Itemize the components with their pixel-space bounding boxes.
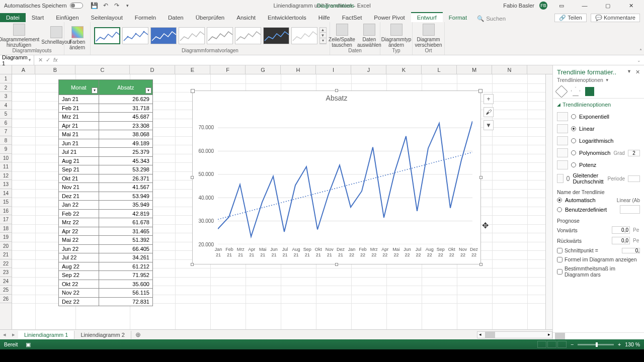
enter-formula-icon[interactable]: ✓ <box>46 57 50 63</box>
expand-formula-bar-icon[interactable]: ⌄ <box>634 58 644 63</box>
chart-style-5[interactable] <box>207 27 233 44</box>
col-header-I[interactable]: I <box>316 65 351 74</box>
tab-einfuegen[interactable]: Einfügen <box>50 13 85 22</box>
select-all-corner[interactable] <box>0 65 12 74</box>
table-row[interactable]: Feb 2242.819 <box>59 209 153 218</box>
row-header-16[interactable]: 16 <box>0 207 12 216</box>
table-row[interactable]: Dez 2153.949 <box>59 192 153 201</box>
table-row[interactable]: Jan 2235.949 <box>59 201 153 210</box>
intercept-check[interactable]: Schnittpunkt = <box>553 246 644 255</box>
col-header-F[interactable]: F <box>210 65 246 74</box>
table-row[interactable]: Sep 2271.952 <box>59 271 153 280</box>
table-row[interactable]: Apr 2123.308 <box>59 121 153 130</box>
table-row[interactable]: Apr 2231.465 <box>59 227 153 236</box>
intercept-input[interactable] <box>622 248 640 253</box>
tab-daten[interactable]: Daten <box>162 13 190 22</box>
table-row[interactable]: Sep 2153.298 <box>59 165 153 174</box>
row-header-19[interactable]: 19 <box>0 233 12 242</box>
name-box[interactable]: Diagramm 1▼ <box>0 54 34 66</box>
trend-opt-power[interactable]: Potenz <box>557 159 640 171</box>
tab-start[interactable]: Start <box>26 13 50 22</box>
chart-styles-button[interactable]: 🖌 <box>484 107 494 117</box>
row-header-21[interactable]: 21 <box>0 250 12 259</box>
trend-opt-polynomial[interactable]: PolynomischGrad <box>557 147 640 159</box>
table-row[interactable]: Okt 2235.600 <box>59 280 153 289</box>
table-row[interactable]: Mai 2251.392 <box>59 236 153 245</box>
table-row[interactable]: Feb 2131.718 <box>59 104 153 113</box>
row-header-12[interactable]: 12 <box>0 171 12 180</box>
search-input[interactable]: Suchen <box>486 16 506 22</box>
view-page-layout-icon[interactable] <box>547 341 556 348</box>
col-header-H[interactable]: H <box>281 65 316 74</box>
tab-seitenlayout[interactable]: Seitenlayout <box>85 13 129 22</box>
chart-style-3[interactable] <box>150 27 177 44</box>
chart-style-1[interactable] <box>94 27 120 44</box>
cancel-formula-icon[interactable]: ✕ <box>38 57 43 63</box>
chart-elements-button[interactable]: + <box>484 94 494 104</box>
select-data-button[interactable]: Daten auswählen <box>357 24 381 48</box>
pane-tab-effects-icon[interactable] <box>571 87 580 96</box>
tab-ueberpruefen[interactable]: Überprüfen <box>190 13 231 22</box>
col-header-E[interactable]: E <box>175 65 210 74</box>
chart-style-4[interactable] <box>179 27 205 44</box>
tab-powerpivot[interactable]: Power Pivot <box>368 13 411 22</box>
row-header-20[interactable]: 20 <box>0 242 12 251</box>
row-header-10[interactable]: 10 <box>0 154 12 163</box>
row-header-24[interactable]: 24 <box>0 277 12 286</box>
trend-opt-linear[interactable]: Linear <box>557 123 640 135</box>
user-name[interactable]: Fabio Basler <box>503 3 534 9</box>
sheet-tab-2[interactable]: Liniendiagramm 2 <box>74 331 131 339</box>
chart-plot-area[interactable] <box>218 116 472 244</box>
row-header-23[interactable]: 23 <box>0 268 12 277</box>
user-avatar[interactable]: FB <box>539 2 547 10</box>
col-header-K[interactable]: K <box>386 65 422 74</box>
autosave-toggle[interactable] <box>70 3 83 9</box>
tab-entwicklertools[interactable]: Entwicklertools <box>262 13 312 22</box>
tab-file[interactable]: Datei <box>0 13 26 22</box>
add-chart-element-button[interactable]: Diagrammelement hinzufügen <box>0 24 42 48</box>
collapse-section-icon[interactable]: ◢ <box>557 102 560 107</box>
share-button[interactable]: 🔗 Teilen <box>554 14 587 22</box>
chart-style-6[interactable] <box>235 27 261 44</box>
undo-icon[interactable]: ↶ <box>102 2 109 9</box>
row-header-3[interactable]: 3 <box>0 92 12 101</box>
table-row[interactable]: Okt 2126.371 <box>59 174 153 183</box>
chart-style-7[interactable] <box>263 27 289 44</box>
pane-close-icon[interactable]: ✕ <box>635 69 640 75</box>
tab-factset[interactable]: FactSet <box>336 13 368 22</box>
view-page-break-icon[interactable] <box>557 341 567 348</box>
chart-object[interactable]: Absatz Jan 21Feb 21Mrz 21Apr 21Mai 21Jun… <box>192 90 481 264</box>
qat-more-icon[interactable]: ▾ <box>124 2 131 9</box>
col-header-J[interactable]: J <box>351 65 386 74</box>
chart-title[interactable]: Absatz <box>193 91 480 104</box>
table-row[interactable]: Aug 2261.212 <box>59 262 153 271</box>
tab-format[interactable]: Format <box>443 13 473 22</box>
zoom-out-icon[interactable]: − <box>571 341 574 347</box>
pane-tab-fill-icon[interactable] <box>555 85 568 98</box>
sheet-nav-prev[interactable]: ◂ <box>0 331 9 338</box>
move-chart-button[interactable]: Diagramm verschieben <box>415 24 442 48</box>
col-header-G[interactable]: G <box>246 65 281 74</box>
custom-name-input[interactable] <box>620 205 640 214</box>
close-icon[interactable]: ✕ <box>622 1 640 11</box>
chart-style-8[interactable] <box>291 27 317 44</box>
trend-opt-logarithmic[interactable]: Logarithmisch <box>557 135 640 147</box>
row-header-6[interactable]: 6 <box>0 119 12 128</box>
vertical-scrollbar[interactable] <box>545 74 552 329</box>
style-gallery-scroll[interactable]: ▲▼▾ <box>319 27 327 44</box>
row-header-26[interactable]: 26 <box>0 295 12 304</box>
table-row[interactable]: Nov 2256.115 <box>59 289 153 298</box>
col-header-N[interactable]: N <box>492 65 527 74</box>
add-sheet-button[interactable]: ⊕ <box>131 331 145 338</box>
pane-tab-options-icon[interactable] <box>585 87 594 96</box>
change-chart-type-button[interactable]: Diagrammtyp ändern <box>381 24 411 48</box>
table-row[interactable]: Nov 2141.567 <box>59 183 153 192</box>
pane-dropdown-icon[interactable]: ▼ <box>627 69 631 75</box>
table-row[interactable]: Jan 2126.629 <box>59 95 153 104</box>
view-normal-icon[interactable] <box>537 341 546 348</box>
forecast-fwd-input[interactable] <box>612 226 630 234</box>
table-row[interactable]: Jun 2149.189 <box>59 139 153 148</box>
table-row[interactable]: Mrz 2261.678 <box>59 218 153 227</box>
show-r2-check[interactable]: Bestimmtheitsmaß im Diagramm dars <box>553 264 644 279</box>
col-header-A[interactable]: A <box>12 65 35 74</box>
